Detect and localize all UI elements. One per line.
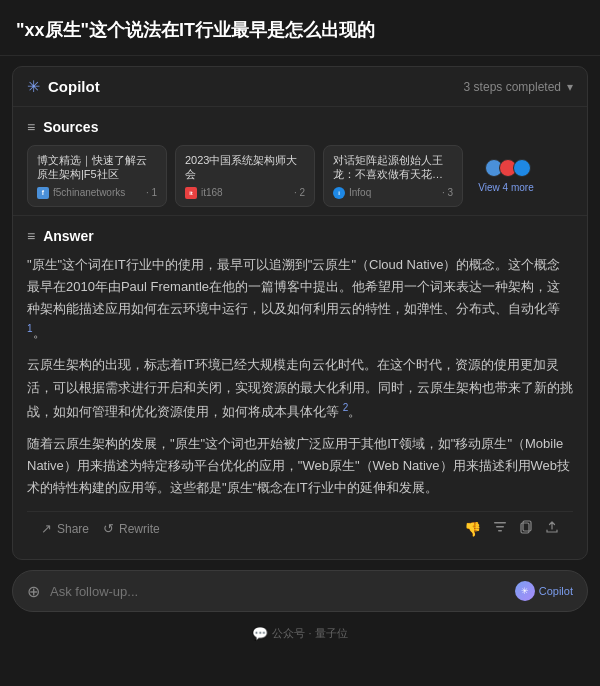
copilot-badge-dot-icon: ✳	[515, 581, 535, 601]
source-3-favicon: i	[333, 187, 345, 199]
rewrite-label: Rewrite	[119, 522, 160, 536]
source-1-favicon: f	[37, 187, 49, 199]
followup-add-icon[interactable]: ⊕	[27, 582, 40, 601]
chevron-down-icon[interactable]: ▾	[567, 80, 573, 94]
view-more-button[interactable]: View 4 more	[471, 159, 541, 193]
source-card-1-footer: f f5chinanetworks · 1	[37, 187, 157, 199]
source-2-favicon: it	[185, 187, 197, 199]
answer-paragraph-3: 随着云原生架构的发展，"原生"这个词也开始被广泛应用于其他IT领域，如"移动原生…	[27, 433, 573, 499]
share-icon: ↗	[41, 521, 52, 536]
view-more-avatars	[485, 159, 527, 177]
source-2-number: · 2	[294, 187, 305, 198]
wechat-icon: 💬	[252, 626, 268, 641]
footnote-1[interactable]: 1	[27, 323, 33, 334]
copilot-header-left: ✳ Copilot	[27, 77, 100, 96]
filter-icon	[493, 521, 507, 537]
svg-rect-0	[494, 522, 506, 524]
source-3-name: Infoq	[349, 187, 371, 198]
svg-rect-2	[498, 530, 502, 532]
export-button[interactable]	[545, 520, 559, 537]
copilot-badge-text: Copilot	[539, 585, 573, 597]
source-2-name: it168	[201, 187, 223, 198]
rewrite-icon: ↺	[103, 521, 114, 536]
answer-section: ≡ Answer "原生"这个词在IT行业中的使用，最早可以追溯到"云原生"（C…	[13, 216, 587, 560]
sources-header: ≡ Sources	[27, 119, 573, 135]
copilot-header-right[interactable]: 3 steps completed ▾	[464, 80, 573, 94]
share-button[interactable]: ↗ Share	[41, 521, 89, 536]
watermark-text: 公众号 · 量子位	[272, 626, 347, 641]
source-3-number: · 3	[442, 187, 453, 198]
source-1-number: · 1	[146, 187, 157, 198]
copilot-badge: ✳ Copilot	[515, 581, 573, 601]
source-card-2[interactable]: 2023中国系统架构师大会 it it168 · 2	[175, 145, 315, 207]
thumbs-down-button[interactable]: 👎	[464, 521, 481, 537]
svg-rect-1	[496, 526, 504, 528]
answer-section-title: Answer	[43, 228, 94, 244]
source-card-1[interactable]: 博文精选｜快速了解云原生架构|F5社区 f f5chinanetworks · …	[27, 145, 167, 207]
action-bar-right: 👎	[464, 520, 559, 537]
answer-paragraph-1: "原生"这个词在IT行业中的使用，最早可以追溯到"云原生"（Cloud Nati…	[27, 254, 573, 345]
footnote-2[interactable]: 2	[343, 402, 349, 413]
source-card-1-title: 博文精选｜快速了解云原生架构|F5社区	[37, 153, 157, 182]
action-bar-left: ↗ Share ↺ Rewrite	[41, 521, 160, 536]
sources-section-icon: ≡	[27, 119, 35, 135]
rewrite-button[interactable]: ↺ Rewrite	[103, 521, 160, 536]
source-card-3-title: 对话矩阵起源创始人王龙：不喜欢做有天花板的...	[333, 153, 453, 182]
copilot-logo-icon: ✳	[27, 77, 40, 96]
export-icon	[545, 521, 559, 537]
view-more-label: View 4 more	[478, 182, 533, 193]
source-1-name: f5chinanetworks	[53, 187, 125, 198]
answer-section-icon: ≡	[27, 228, 35, 244]
copilot-panel: ✳ Copilot 3 steps completed ▾ ≡ Sources …	[12, 66, 588, 560]
answer-text: "原生"这个词在IT行业中的使用，最早可以追溯到"云原生"（Cloud Nati…	[27, 254, 573, 500]
followup-input[interactable]	[50, 584, 505, 599]
mini-avatar-3	[513, 159, 531, 177]
source-card-2-title: 2023中国系统架构师大会	[185, 153, 305, 182]
thumbs-down-icon: 👎	[464, 521, 481, 537]
answer-header: ≡ Answer	[27, 228, 573, 244]
wechat-watermark: 💬 公众号 · 量子位	[0, 622, 600, 647]
sources-section-title: Sources	[43, 119, 98, 135]
steps-completed-label: 3 steps completed	[464, 80, 561, 94]
copy-button[interactable]	[519, 520, 533, 537]
copilot-title: Copilot	[48, 78, 100, 95]
source-card-3[interactable]: 对话矩阵起源创始人王龙：不喜欢做有天花板的... i Infoq · 3	[323, 145, 463, 207]
page-title: "xx原生"这个说法在IT行业最早是怎么出现的	[0, 0, 600, 56]
sources-list: 博文精选｜快速了解云原生架构|F5社区 f f5chinanetworks · …	[27, 145, 573, 207]
followup-container: ⊕ ✳ Copilot	[12, 570, 588, 612]
source-card-3-footer: i Infoq · 3	[333, 187, 453, 199]
share-label: Share	[57, 522, 89, 536]
sources-section: ≡ Sources 博文精选｜快速了解云原生架构|F5社区 f f5chinan…	[13, 107, 587, 216]
copilot-header: ✳ Copilot 3 steps completed ▾	[13, 67, 587, 107]
answer-paragraph-2: 云原生架构的出现，标志着IT环境已经大规模走向云化时代。在这个时代，资源的使用更…	[27, 354, 573, 423]
action-bar: ↗ Share ↺ Rewrite 👎	[27, 511, 573, 549]
copy-icon	[519, 521, 533, 537]
source-card-2-footer: it it168 · 2	[185, 187, 305, 199]
filter-button[interactable]	[493, 520, 507, 537]
